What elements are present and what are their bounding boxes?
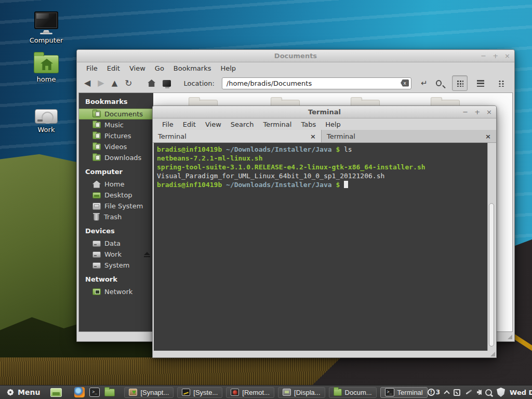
grid-view-icon	[457, 80, 463, 87]
sidebar-item-trash[interactable]: Trash	[79, 211, 153, 222]
taskbar-button-label: [Displa...	[294, 389, 321, 396]
menu-item-terminal[interactable]: Terminal	[259, 119, 296, 129]
terminal-launcher-icon[interactable]: >_	[89, 388, 100, 397]
terminal-scrollbar[interactable]	[487, 143, 495, 351]
menu-item-help[interactable]: Help	[216, 63, 240, 73]
taskbar-button-displa[interactable]: [Displa...	[278, 387, 325, 398]
taskbar-button-remot[interactable]: [Remot...	[226, 387, 274, 398]
desktop-icon-label: home	[23, 75, 70, 83]
menu-item-edit[interactable]: Edit	[103, 63, 124, 73]
refresh-icon[interactable]: ↻	[125, 79, 132, 88]
sidebar-item-desktop[interactable]: Desktop	[79, 190, 153, 201]
taskbar-button-label: [Syste...	[193, 389, 218, 396]
computer-icon[interactable]	[163, 80, 171, 87]
sidebar-item-home[interactable]: Home	[79, 179, 153, 190]
terminal-output: bradis@inf10419b ~/Downloads/Installer/J…	[154, 143, 495, 191]
eject-icon[interactable]	[144, 252, 150, 257]
volume-control[interactable]	[477, 390, 481, 395]
menu-item-edit[interactable]: Edit	[179, 119, 200, 129]
tab-close-icon[interactable]: ×	[485, 132, 491, 140]
sidebar-item-pictures[interactable]: Pictures	[79, 130, 153, 141]
alert-icon: !	[428, 389, 435, 396]
sidebar-item-label: Home	[104, 180, 124, 188]
menu-item-file[interactable]: File	[82, 63, 102, 73]
terminal-line: bradis@inf10419b ~/Downloads/Installer/J…	[157, 145, 492, 154]
pen-icon[interactable]	[465, 389, 472, 396]
home-icon[interactable]	[148, 79, 155, 87]
taskbar-button-syste[interactable]: [Syste...	[177, 387, 222, 398]
up-icon[interactable]: ▲	[112, 79, 118, 87]
drive-icon	[92, 251, 101, 258]
terminal-tabbar: Terminal×Terminal×	[153, 130, 496, 143]
minimize-button[interactable]: −	[462, 109, 468, 115]
sidebar-item-network[interactable]: Network	[79, 286, 153, 297]
maximize-button[interactable]: +	[474, 109, 480, 115]
menu-item-view[interactable]: View	[125, 63, 150, 73]
menu-item-search[interactable]: Search	[227, 119, 258, 129]
close-button[interactable]: ×	[504, 52, 510, 59]
file-manager-titlebar[interactable]: Documents − + ×	[77, 50, 514, 62]
sidebar-section-header: Devices	[79, 222, 153, 238]
clock[interactable]: Wed Dec 19, 13:49	[510, 389, 532, 396]
sidebar-item-label: Documents	[104, 110, 143, 118]
scrollbar-thumb[interactable]	[489, 203, 494, 347]
synaptic-icon	[129, 389, 137, 396]
search-icon[interactable]	[436, 80, 442, 86]
taskbar-button-terminal[interactable]: >_Terminal	[380, 387, 428, 398]
resize-grip[interactable]	[490, 352, 495, 356]
taskbar-button-docum[interactable]: Docum...	[329, 387, 377, 398]
sidebar-item-work[interactable]: Work	[79, 249, 153, 260]
menu-item-view[interactable]: View	[201, 119, 225, 129]
terminal-line: bradis@inf10419b ~/Downloads/Installer/J…	[157, 180, 492, 189]
sidebar-item-videos[interactable]: Videos	[79, 141, 153, 152]
terminal-tab-2[interactable]: Terminal×	[322, 130, 496, 142]
terminal-screen[interactable]: bradis@inf10419b ~/Downloads/Installer/J…	[154, 143, 495, 351]
desktop-icon-home[interactable]: home	[23, 55, 70, 83]
sidebar-item-documents[interactable]: Documents	[79, 109, 153, 119]
icon-view-button[interactable]	[452, 75, 468, 91]
firefox-launcher-icon[interactable]	[74, 387, 85, 397]
sidebar-item-downloads[interactable]: Downloads	[79, 152, 153, 163]
menu-item-bookmarks[interactable]: Bookmarks	[169, 63, 216, 73]
sidebar-item-file-system[interactable]: File System	[79, 201, 153, 211]
file-manager-menubar: FileEditViewGoBookmarksHelp	[77, 62, 514, 74]
go-to-location-icon[interactable]: ↵	[421, 78, 428, 88]
maximize-button[interactable]: +	[493, 52, 498, 59]
remote-window-icon[interactable]	[454, 389, 460, 396]
menu-item-tabs[interactable]: Tabs	[297, 119, 320, 129]
minimize-button[interactable]: −	[481, 52, 486, 59]
terminal-line: spring-tool-suite-3.1.0.RELEASE-e4.2-lin…	[157, 163, 492, 171]
desktop-icon-work[interactable]: Work	[23, 109, 70, 134]
messenger-icon[interactable]	[485, 389, 492, 396]
sidebar-item-system[interactable]: System	[79, 260, 153, 271]
tab-close-icon[interactable]: ×	[310, 132, 316, 140]
forward-icon[interactable]: ▶	[98, 79, 104, 87]
menu-item-go[interactable]: Go	[151, 63, 168, 73]
gear-icon	[6, 389, 14, 396]
location-input[interactable]	[222, 77, 411, 89]
sidebar-item-label: System	[104, 261, 129, 269]
sidebar-item-music[interactable]: Music	[79, 119, 153, 130]
file-manager-launcher-icon[interactable]	[104, 389, 115, 396]
file-manager-sidebar: BookmarksDocumentsMusicPicturesVideosDow…	[79, 93, 153, 331]
menu-item-file[interactable]: File	[158, 119, 178, 129]
terminal-titlebar[interactable]: Terminal − + ×	[153, 106, 496, 118]
resize-grip[interactable]	[508, 335, 512, 339]
terminal-tab-1[interactable]: Terminal×	[153, 130, 322, 142]
close-button[interactable]: ×	[486, 109, 492, 115]
window-title: Terminal	[153, 108, 496, 116]
menu-item-help[interactable]: Help	[321, 119, 345, 129]
desktop-icon-computer[interactable]: Computer	[23, 11, 70, 44]
show-desktop-icon[interactable]	[50, 388, 62, 397]
sidebar-item-label: Work	[104, 250, 122, 258]
notification-area[interactable]: ! 3	[428, 389, 440, 396]
compact-view-button[interactable]	[494, 75, 509, 91]
sidebar-item-data[interactable]: Data	[79, 238, 153, 249]
chevron-up-icon[interactable]	[444, 390, 449, 396]
back-icon[interactable]: ◀	[84, 79, 90, 87]
taskbar-button-synapt[interactable]: [Synapt...	[124, 387, 174, 398]
list-view-button[interactable]	[473, 75, 488, 91]
update-shield-icon[interactable]	[497, 388, 505, 397]
harddrive-icon	[35, 109, 58, 124]
menu-button[interactable]: Menu	[3, 388, 43, 396]
